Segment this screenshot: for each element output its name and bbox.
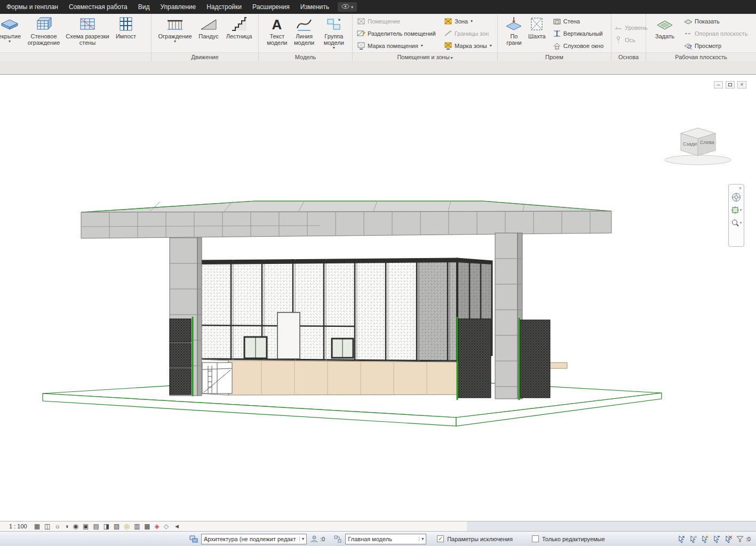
show-workplane-button[interactable]: Показать	[682, 15, 751, 27]
analytical-model-icon[interactable]: ◈	[155, 521, 160, 531]
room-button[interactable]: Помещение	[355, 15, 440, 27]
menu-item-modify[interactable]: Изменить	[295, 1, 335, 13]
roof-slab[interactable]	[81, 201, 611, 238]
opening-vertical-button[interactable]: Вертикальный	[551, 27, 609, 39]
rendering-dialog-icon[interactable]: ◉	[73, 521, 78, 531]
menu-item-massing-site[interactable]: Формы и генплан	[1, 1, 63, 13]
wall-reveal-button[interactable]: Схема разрезки стены	[62, 14, 113, 46]
steering-wheel-icon[interactable]	[730, 191, 742, 204]
area-icon	[444, 17, 452, 26]
panel-label-model[interactable]: Модель	[259, 52, 352, 61]
menu-item-addins[interactable]: Надстройки	[201, 1, 247, 13]
reveal-hidden-icon[interactable]: ◎	[124, 521, 129, 531]
workplane-viewer-button[interactable]: Просмотр	[682, 39, 751, 52]
panel-label-rooms[interactable]: Помещения и зоны▾	[353, 52, 497, 61]
sun-path-icon[interactable]: ☼	[54, 521, 60, 531]
column-right[interactable]	[495, 233, 522, 399]
panel-label-circulation[interactable]: Движение	[152, 52, 258, 61]
railing-button[interactable]: Ограждение ▾	[156, 14, 194, 43]
wall-sweep-button[interactable]: Стеновое ограждение	[25, 14, 62, 46]
restore-icon[interactable]	[726, 81, 735, 89]
model-group-button[interactable]: Группа модели ▾	[317, 14, 351, 50]
collapse-arrow-icon[interactable]: ◀	[175, 524, 179, 529]
exclusion-options-checkbox[interactable]: ✓	[437, 535, 444, 542]
visual-style-icon[interactable]: ◫	[44, 521, 50, 531]
drag-on-selection-icon[interactable]	[724, 535, 733, 543]
shaft-button-label: Шахта	[528, 33, 546, 39]
design-options-icon[interactable]	[333, 535, 342, 543]
worksets-icon[interactable]	[189, 535, 198, 543]
menu-extra-button[interactable]: ▾	[338, 2, 357, 12]
ref-plane-button[interactable]: Опорная плоскость	[682, 27, 751, 39]
opening-wall-button[interactable]: Стена	[551, 15, 609, 27]
constraints-icon[interactable]: ◇	[164, 521, 169, 531]
scale-button[interactable]: 1 : 100	[6, 523, 30, 530]
menu-item-view[interactable]: Вид	[133, 1, 155, 13]
room-separator-button[interactable]: Разделитель помещений	[355, 27, 440, 39]
crop-region-icon[interactable]: ▤	[93, 521, 99, 531]
vertical-opening-icon	[553, 29, 561, 38]
grid-button[interactable]: Ось	[612, 34, 646, 46]
area-boundary-button[interactable]: Границы зон	[442, 27, 496, 39]
level-button[interactable]: Уровень	[612, 21, 646, 34]
menu-item-manage[interactable]: Управление	[155, 1, 201, 13]
lock-3d-icon[interactable]: ◨	[104, 521, 109, 531]
viewcube-back-label[interactable]: Сзади	[683, 141, 697, 147]
shaft-button[interactable]: Шахта	[526, 14, 548, 39]
model-canvas[interactable]: Сзади Слева	[0, 75, 756, 521]
viewcube-left-label[interactable]: Слева	[700, 140, 714, 145]
set-workplane-button[interactable]: Задать	[651, 14, 678, 39]
panel-label-text: Модель	[295, 54, 316, 60]
editable-only-checkbox[interactable]	[532, 535, 539, 542]
zoom-icon[interactable]: ▾	[730, 216, 742, 229]
area-tag-button[interactable]: Марка зоны ▾	[442, 39, 496, 52]
pan-icon[interactable]: ▾	[730, 204, 742, 216]
room-tag-button-label: Марка помещения	[368, 43, 418, 49]
ramp-button[interactable]: Пандус	[194, 14, 223, 39]
mullion-grid-icon	[117, 15, 134, 33]
options-bar	[0, 61, 756, 75]
select-underlay-icon[interactable]	[689, 535, 697, 543]
model-line-button[interactable]: Линия модели	[291, 14, 317, 46]
viewcube[interactable]: Сзади Слева	[665, 128, 731, 165]
editing-requests-count: :0	[320, 536, 325, 542]
worksharing-display-icon[interactable]: ▥	[134, 521, 140, 531]
crop-view-icon[interactable]: ▣	[83, 521, 89, 531]
model-line-icon	[296, 15, 313, 33]
area-button[interactable]: Зона ▾	[442, 15, 496, 27]
select-pinned-icon[interactable]	[701, 535, 709, 543]
panel-label-construct[interactable]	[0, 52, 151, 61]
stair-button[interactable]: Лестница	[223, 14, 255, 39]
filter-icon[interactable]	[736, 535, 744, 543]
select-links-icon[interactable]	[677, 535, 686, 543]
hide-isolate-icon[interactable]: ▧	[114, 521, 120, 531]
shadows-icon[interactable]: ◑	[65, 521, 68, 531]
opening-by-face-button[interactable]: По грани	[502, 14, 526, 46]
minimize-icon[interactable]: –	[714, 81, 723, 89]
room-tag-button[interactable]: Марка помещения ▾	[355, 39, 440, 52]
base-wall[interactable]	[200, 359, 457, 395]
model-text-button[interactable]: A Текст модели	[263, 14, 291, 46]
menu-item-extensions[interactable]: Расширения	[247, 1, 295, 13]
opening-by-face-icon	[505, 15, 522, 33]
ramp-button-label: Пандус	[198, 33, 218, 39]
detail-level-icon[interactable]: ▦	[34, 521, 40, 531]
mullion-button[interactable]: Импост	[113, 14, 139, 39]
panel-label-datum[interactable]: Основа	[611, 52, 646, 61]
active-workset-dropdown[interactable]: Архитектура (не подлежит редакт ▾	[201, 534, 307, 544]
dormer-button[interactable]: Слуховое окно	[551, 39, 609, 52]
panel-label-workplane[interactable]: Рабочая плоскость	[646, 52, 756, 61]
drawing-area[interactable]: – × × ▾ ▾	[0, 75, 756, 521]
select-by-face-icon[interactable]	[712, 535, 721, 543]
fence-left[interactable]	[170, 317, 193, 396]
area-button-label: Зона	[455, 18, 468, 25]
design-option-dropdown[interactable]: Главная модель ▾	[345, 534, 426, 544]
close-icon[interactable]: ×	[737, 81, 746, 89]
floor-button[interactable]: екрытие ▾	[0, 14, 25, 43]
view-properties-icon[interactable]: ▩	[144, 521, 150, 531]
menu-item-collaborate[interactable]: Совместная работа	[63, 1, 133, 13]
panel-label-opening[interactable]: Проем	[498, 52, 611, 61]
curtain-wall[interactable]	[200, 259, 492, 361]
navbar-close-icon[interactable]: ×	[737, 186, 744, 191]
editing-requests-icon[interactable]	[310, 535, 319, 543]
